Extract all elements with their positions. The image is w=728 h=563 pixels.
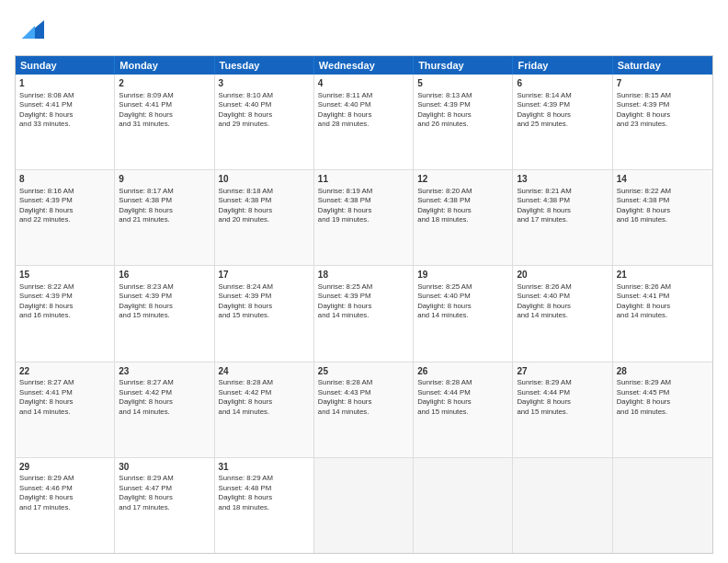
day-info: Sunrise: 8:25 AM: [417, 282, 472, 291]
calendar-cell: 30Sunrise: 8:29 AMSunset: 4:47 PMDayligh…: [115, 458, 214, 553]
day-number: 15: [19, 269, 110, 282]
day-info: Daylight: 8 hours: [417, 110, 472, 119]
day-number: 14: [617, 173, 709, 186]
day-info: Sunset: 4:44 PM: [517, 388, 570, 396]
day-info: Daylight: 8 hours: [119, 206, 173, 214]
day-info: Sunset: 4:44 PM: [417, 388, 471, 396]
day-number: 17: [219, 269, 310, 282]
day-info: Daylight: 8 hours: [417, 397, 472, 406]
day-info: and 14 minutes.: [119, 408, 169, 416]
day-info: and 16 minutes.: [617, 408, 667, 416]
day-info: Sunset: 4:38 PM: [318, 196, 371, 204]
day-info: Daylight: 8 hours: [19, 206, 74, 214]
day-info: Daylight: 8 hours: [219, 397, 273, 406]
day-info: Sunrise: 8:29 AM: [219, 474, 273, 482]
day-info: Sunset: 4:38 PM: [517, 196, 570, 204]
day-info: Sunrise: 8:17 AM: [119, 187, 173, 195]
day-info: Sunrise: 8:18 AM: [219, 187, 273, 195]
day-number: 8: [19, 173, 110, 186]
calendar-cell: 13Sunrise: 8:21 AMSunset: 4:38 PMDayligh…: [513, 170, 612, 265]
day-info: Sunrise: 8:27 AM: [19, 378, 74, 386]
day-info: Sunset: 4:39 PM: [517, 100, 570, 109]
day-info: Daylight: 8 hours: [517, 397, 571, 406]
day-info: Daylight: 8 hours: [617, 302, 671, 310]
day-info: Sunrise: 8:22 AM: [617, 187, 671, 195]
day-number: 29: [19, 461, 110, 474]
day-number: 9: [119, 173, 210, 186]
day-info: Sunset: 4:39 PM: [417, 100, 471, 109]
day-number: 5: [417, 77, 508, 90]
day-info: Sunset: 4:48 PM: [219, 484, 272, 492]
day-info: Daylight: 8 hours: [19, 302, 74, 310]
calendar-cell: [414, 458, 513, 553]
header-day-wednesday: Wednesday: [314, 56, 414, 75]
calendar-cell: 28Sunrise: 8:29 AMSunset: 4:45 PMDayligh…: [613, 362, 712, 457]
day-info: and 17 minutes.: [517, 215, 567, 224]
day-info: Sunset: 4:39 PM: [19, 196, 73, 204]
day-number: 21: [617, 269, 709, 282]
header: [15, 15, 713, 46]
day-info: Daylight: 8 hours: [417, 302, 472, 310]
header-day-saturday: Saturday: [613, 56, 712, 75]
day-info: and 15 minutes.: [219, 311, 269, 319]
day-info: and 20 minutes.: [219, 215, 269, 224]
day-info: Daylight: 8 hours: [19, 493, 74, 501]
day-info: and 15 minutes.: [119, 311, 169, 319]
day-info: Daylight: 8 hours: [318, 206, 372, 214]
day-info: and 33 minutes.: [19, 120, 70, 128]
day-number: 20: [517, 269, 608, 282]
calendar-row-5: 29Sunrise: 8:29 AMSunset: 4:46 PMDayligh…: [16, 457, 712, 553]
calendar-header: SundayMondayTuesdayWednesdayThursdayFrid…: [16, 56, 712, 75]
calendar-cell: 7Sunrise: 8:15 AMSunset: 4:39 PMDaylight…: [613, 75, 712, 169]
day-info: and 23 minutes.: [617, 120, 667, 128]
day-info: and 17 minutes.: [19, 503, 70, 511]
header-day-tuesday: Tuesday: [215, 56, 314, 75]
day-info: Daylight: 8 hours: [417, 206, 472, 214]
day-info: and 26 minutes.: [417, 120, 468, 128]
day-info: Daylight: 8 hours: [119, 110, 173, 119]
day-info: Sunset: 4:41 PM: [19, 100, 73, 109]
calendar-cell: [513, 458, 612, 553]
day-info: Sunrise: 8:27 AM: [119, 378, 173, 386]
calendar-row-3: 15Sunrise: 8:22 AMSunset: 4:39 PMDayligh…: [16, 265, 712, 361]
day-info: and 21 minutes.: [119, 215, 169, 224]
calendar-cell: 23Sunrise: 8:27 AMSunset: 4:42 PMDayligh…: [115, 362, 214, 457]
day-info: and 15 minutes.: [517, 408, 567, 416]
day-number: 18: [318, 269, 409, 282]
day-info: and 14 minutes.: [219, 408, 269, 416]
logo-icon: [18, 17, 44, 46]
svg-marker-1: [22, 26, 35, 39]
calendar-cell: 19Sunrise: 8:25 AMSunset: 4:40 PMDayligh…: [414, 266, 513, 361]
day-info: Daylight: 8 hours: [219, 302, 273, 310]
day-info: and 19 minutes.: [318, 215, 369, 224]
day-info: Sunset: 4:40 PM: [417, 292, 471, 300]
day-info: Sunrise: 8:25 AM: [318, 282, 372, 291]
calendar-cell: 8Sunrise: 8:16 AMSunset: 4:39 PMDaylight…: [16, 170, 115, 265]
day-number: 2: [119, 77, 210, 90]
day-info: Sunset: 4:38 PM: [219, 196, 272, 204]
day-info: Sunrise: 8:11 AM: [318, 91, 372, 99]
day-info: Sunrise: 8:13 AM: [417, 91, 472, 99]
day-number: 1: [19, 77, 110, 90]
calendar-row-1: 1Sunrise: 8:08 AMSunset: 4:41 PMDaylight…: [16, 75, 712, 169]
day-info: and 18 minutes.: [219, 503, 269, 511]
day-info: Daylight: 8 hours: [219, 493, 273, 501]
day-info: Sunrise: 8:14 AM: [517, 91, 571, 99]
day-number: 19: [417, 269, 508, 282]
day-info: Daylight: 8 hours: [517, 302, 571, 310]
day-info: Sunset: 4:41 PM: [119, 100, 172, 109]
calendar-cell: 6Sunrise: 8:14 AMSunset: 4:39 PMDaylight…: [513, 75, 612, 169]
day-number: 25: [318, 365, 409, 378]
calendar-cell: 22Sunrise: 8:27 AMSunset: 4:41 PMDayligh…: [16, 362, 115, 457]
day-info: Sunrise: 8:09 AM: [119, 91, 173, 99]
day-info: Daylight: 8 hours: [19, 397, 74, 406]
page: SundayMondayTuesdayWednesdayThursdayFrid…: [0, 0, 728, 563]
day-info: Sunset: 4:39 PM: [119, 292, 172, 300]
day-number: 11: [318, 173, 409, 186]
calendar-cell: 11Sunrise: 8:19 AMSunset: 4:38 PMDayligh…: [314, 170, 414, 265]
header-day-friday: Friday: [513, 56, 612, 75]
day-info: Sunset: 4:47 PM: [119, 484, 172, 492]
day-info: Sunset: 4:40 PM: [219, 100, 272, 109]
calendar-cell: 31Sunrise: 8:29 AMSunset: 4:48 PMDayligh…: [215, 458, 314, 553]
day-info: and 14 minutes.: [517, 311, 567, 319]
